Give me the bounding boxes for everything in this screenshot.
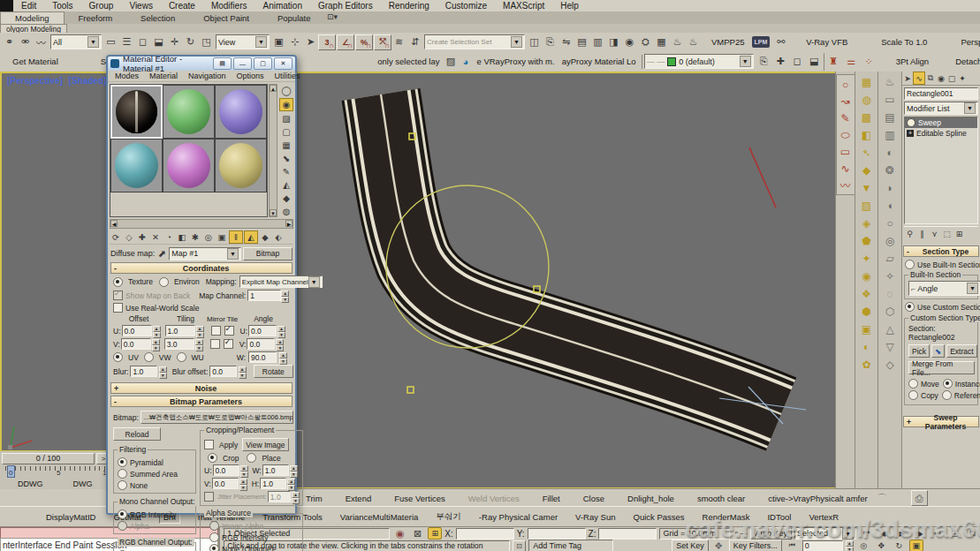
material-tool-icon[interactable]: ‖	[229, 230, 243, 244]
instance-radio[interactable]: Instance	[943, 379, 980, 389]
tool-icon[interactable]: ◗	[882, 180, 898, 195]
pick-map-icon[interactable]: ⬈	[156, 246, 167, 260]
script-button[interactable]: Get Material	[9, 57, 62, 66]
spinner[interactable]: ▲▼	[195, 339, 203, 350]
tool-icon[interactable]: ◉	[859, 268, 875, 283]
command-panel-tab-icon[interactable]: ✦	[957, 72, 968, 84]
spinner[interactable]: ▲▼	[152, 339, 160, 350]
menu-item[interactable]: Group	[81, 1, 122, 11]
copy-radio[interactable]: Copy	[908, 390, 938, 400]
toolbar-icon[interactable]: ◉	[622, 35, 637, 49]
script-button[interactable]: 3Pt Align	[893, 57, 933, 66]
viewport-label[interactable]: [Perspective] [Shaded]	[7, 76, 106, 86]
offset-v-field[interactable]: 0.0	[121, 338, 151, 350]
material-tool-icon[interactable]: ▣	[216, 231, 228, 243]
spinner[interactable]: ▲▼	[153, 326, 161, 336]
crop-h-field[interactable]: 1.0	[260, 478, 286, 489]
use-custom-radio[interactable]: Use Custom Section	[905, 302, 980, 312]
tool-icon[interactable]: ◧	[859, 127, 875, 142]
menu-item[interactable]: Tools	[44, 1, 80, 11]
sample-tool-icon[interactable]: ◆	[280, 192, 292, 204]
script-button[interactable]: smooth clear	[697, 494, 745, 503]
angle-w-field[interactable]: 90.0	[248, 351, 277, 363]
map-channel-field[interactable]: 1	[247, 290, 281, 301]
radio-icon[interactable]	[118, 469, 127, 479]
material-tool-icon[interactable]: ✕	[149, 231, 162, 243]
material-tool-icon[interactable]: ◔	[163, 231, 175, 243]
menu-item[interactable]: Modifiers	[203, 1, 255, 11]
toolbar-icon[interactable]: ♨	[670, 35, 685, 49]
script-button[interactable]: Quick Passes	[634, 512, 685, 522]
script-button[interactable]: Weld Vertices	[468, 494, 520, 503]
reference-radio[interactable]: Reference	[942, 390, 980, 400]
toolbar-icon[interactable]: ⇵	[407, 35, 422, 49]
script-button[interactable]: VarianceMultiMateria	[340, 512, 419, 522]
tool-icon[interactable]: ◇	[882, 357, 898, 372]
sample-tool-icon[interactable]: ◭	[280, 179, 292, 191]
tool-icon[interactable]: ◖	[882, 198, 898, 213]
toolbar-icon[interactable]: ⚌	[844, 55, 859, 69]
radio-icon[interactable]	[209, 532, 219, 542]
toolbar-icon[interactable]: ≋	[391, 35, 406, 49]
toolbar-icon[interactable]: ↻	[183, 35, 198, 49]
toolbar-icon[interactable]: ⬓	[807, 55, 822, 69]
script-button[interactable]: Dnlight_hole	[627, 494, 674, 503]
menu-item[interactable]: Animation	[254, 1, 309, 11]
tool-icon[interactable]: ▽	[882, 339, 898, 354]
snap-toggle-icon[interactable]: ⤲∩	[374, 34, 391, 50]
modifier-list-dropdown[interactable]: Modifier List ▼	[904, 102, 978, 115]
vrayproxy-globe-icon[interactable]: ◕	[459, 55, 474, 69]
maximize-icon[interactable]: ▢	[254, 57, 272, 70]
command-panel-tab-icon[interactable]: ∿	[913, 72, 925, 85]
builtin-section-dropdown[interactable]: ⌐ Angle ▼	[908, 281, 980, 296]
sample-slot-pink[interactable]	[163, 139, 215, 192]
selection-filter-dropdown[interactable]: All▼	[50, 34, 102, 49]
script-button[interactable]: DDWG	[18, 479, 43, 488]
selection-lock-icon[interactable]: ⊠	[410, 526, 425, 540]
radio-icon[interactable]	[113, 352, 123, 362]
toolbar-icon[interactable]: ⁘	[862, 55, 877, 69]
track-bar[interactable]: 0 5 10	[5, 466, 116, 477]
tool-icon[interactable]: ◌	[882, 286, 898, 301]
menu-item[interactable]: Options	[232, 72, 270, 80]
crop-w-field[interactable]: 1.0	[262, 464, 289, 476]
menu-item[interactable]: Rendering	[381, 1, 437, 11]
toolbar-icon[interactable]: ☰	[119, 35, 134, 49]
sample-tool-icon[interactable]: ⬊	[280, 153, 292, 164]
toolbar-icon[interactable]: ▥	[590, 35, 605, 49]
material-tool-icon[interactable]: ◆	[259, 231, 271, 243]
toolbar-icon[interactable]: ⎘	[756, 55, 771, 69]
layer-dropdown[interactable]: — — 0 (default) ▼	[644, 54, 754, 69]
spinner[interactable]: ▲▼	[276, 339, 284, 350]
viewport-label-perspective[interactable]: [Perspective]	[7, 76, 63, 86]
tool-icon[interactable]: △	[882, 321, 898, 336]
tool-icon[interactable]: ▭	[882, 92, 898, 107]
script-button[interactable]: Extend	[346, 494, 372, 503]
tool-icon[interactable]: ▨	[859, 198, 875, 213]
script-button[interactable]: V-Ray Sun	[575, 512, 615, 522]
sample-slot-purple[interactable]	[215, 85, 267, 139]
sample-tool-icon[interactable]: ▦	[280, 140, 292, 151]
ribbon-tab[interactable]: Object Paint	[189, 12, 263, 24]
menu-item[interactable]: Help	[552, 1, 587, 11]
tool-icon[interactable]: ◐	[859, 339, 875, 354]
app-button[interactable]	[0, 0, 13, 11]
stack-tool-icon[interactable]: ⋎	[929, 228, 940, 239]
named-selection-set-dropdown[interactable]: Create Selection Set▼	[424, 34, 525, 49]
tool-icon[interactable]: ⬟	[859, 233, 875, 248]
radio-icon[interactable]	[159, 277, 169, 287]
toolbar-icon[interactable]: ➤	[303, 35, 318, 49]
pick-button[interactable]: Pick	[908, 344, 930, 358]
script-button[interactable]: 부숴기	[436, 511, 461, 523]
crop-u-field[interactable]: 0.0	[213, 464, 239, 476]
material-tool-icon[interactable]: ✱	[189, 231, 201, 243]
script-button[interactable]: -Ray Physical Camer	[479, 512, 558, 522]
script-button[interactable]: Close	[583, 494, 604, 503]
toolbar-icon[interactable]: ⛭	[638, 35, 653, 49]
mirror-u-checkbox[interactable]	[211, 326, 221, 336]
spinner[interactable]: ▲▼	[240, 465, 248, 476]
menu-item[interactable]: Utilities	[270, 72, 306, 80]
tool-icon[interactable]: ⬢	[859, 304, 875, 319]
ribbon-tab[interactable]: Populate	[263, 12, 325, 24]
view-image-button[interactable]: View Image	[242, 438, 288, 451]
